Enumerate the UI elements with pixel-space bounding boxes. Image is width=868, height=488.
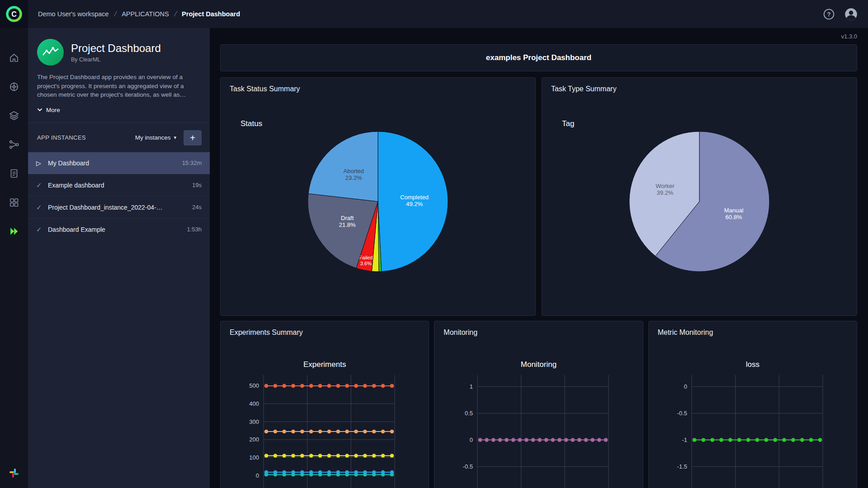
svg-text:Draft21.8%: Draft21.8%	[339, 215, 356, 228]
pipelines-icon	[9, 139, 19, 150]
more-label: More	[46, 107, 60, 113]
instance-time: 15:32m	[182, 160, 202, 166]
chart-title: Tag	[562, 119, 574, 128]
check-icon: ✓	[36, 225, 48, 234]
sidebar-item-applications[interactable]	[0, 217, 28, 246]
panel-monitoring: Monitoring Monitoring 10.50-0.5	[434, 321, 643, 488]
svg-text:-1.5: -1.5	[677, 463, 687, 470]
dashboard-banner: examples Project Dashboard	[220, 44, 857, 71]
chevron-down-icon	[37, 108, 42, 112]
sidebar-item-dashboard[interactable]	[0, 43, 28, 72]
add-instance-button[interactable]: +	[184, 130, 202, 145]
slack-icon	[9, 468, 19, 478]
instance-name: Project Dashboard_instance_2022-04-…	[48, 204, 192, 211]
tag-pie-chart[interactable]: Manual60.8%Worker39.2%	[613, 116, 785, 289]
instance-row[interactable]: ✓ Dashboard Example 1:53h	[28, 218, 210, 240]
instance-row[interactable]: ✓ Project Dashboard_instance_2022-04-… 2…	[28, 196, 210, 218]
topbar: C Demo User's workspace / APPLICATIONS /…	[0, 0, 868, 28]
monitoring-line-chart[interactable]: 10.50-0.5	[434, 372, 642, 488]
svg-text:200: 200	[249, 436, 259, 443]
svg-text:0: 0	[470, 436, 473, 443]
chart-title: loss	[649, 360, 857, 369]
avatar-icon	[844, 7, 858, 21]
panel-task-status-summary: Task Status Summary Status Completed49.2…	[220, 77, 536, 316]
breadcrumb-current: Project Dashboard	[182, 10, 240, 18]
svg-text:-0.5: -0.5	[463, 463, 473, 470]
app-title: Project Dashboard	[71, 42, 161, 55]
help-icon: ?	[823, 8, 835, 20]
check-icon: ✓	[36, 181, 48, 189]
sidebar-item-pipelines[interactable]	[0, 130, 28, 159]
sidebar-item-reports[interactable]	[0, 159, 28, 188]
app-description: The Project Dashboard app provides an ov…	[37, 73, 201, 99]
instances-filter-dropdown[interactable]: My instances ▾	[135, 134, 176, 141]
svg-text:100: 100	[249, 454, 259, 461]
help-button[interactable]: ?	[823, 8, 835, 20]
breadcrumb-separator: /	[173, 10, 177, 18]
svg-text:Manual60.8%: Manual60.8%	[724, 207, 744, 221]
svg-text:Worker39.2%: Worker39.2%	[656, 183, 675, 196]
more-toggle[interactable]: More	[37, 107, 60, 113]
user-menu-button[interactable]	[844, 7, 858, 21]
instance-row[interactable]: ▷ My Dashboard 15:32m	[28, 152, 210, 174]
sidebar-item-workers-queues[interactable]	[0, 188, 28, 217]
breadcrumb: Demo User's workspace / APPLICATIONS / P…	[38, 10, 240, 18]
panel-title: Task Status Summary	[221, 78, 535, 93]
svg-text:500: 500	[249, 382, 259, 389]
instance-time: 24s	[192, 204, 202, 211]
instance-time: 19s	[192, 182, 202, 188]
play-icon: ▷	[36, 160, 48, 167]
breadcrumb-applications[interactable]: APPLICATIONS	[122, 10, 169, 18]
clearml-logo-icon: C	[5, 5, 23, 23]
breadcrumb-workspace[interactable]: Demo User's workspace	[38, 10, 109, 18]
instances-header: APP INSTANCES My instances ▾ +	[28, 123, 210, 152]
clearml-logo[interactable]: C	[0, 0, 28, 28]
svg-text:-0.5: -0.5	[677, 410, 687, 417]
svg-text:Failed3.6%: Failed3.6%	[359, 255, 373, 266]
instance-name: Example dashboard	[48, 182, 192, 189]
chart-title: Monitoring	[434, 360, 642, 369]
chart-title: Experiments	[221, 360, 429, 369]
app-version: v1.3.0	[841, 33, 857, 40]
panel-metric-monitoring: Metric Monitoring loss 0-0.5-1-1.5	[648, 321, 857, 488]
experiments-line-chart[interactable]: 0100200300400500	[221, 372, 429, 488]
svg-text:C: C	[11, 10, 17, 18]
project-dashboard-app-icon	[37, 39, 64, 66]
chart-title: Status	[241, 119, 262, 128]
workers-queues-icon	[9, 197, 19, 208]
instances-header-label: APP INSTANCES	[37, 134, 86, 141]
panel-title: Task Type Summary	[542, 78, 857, 93]
app-card: Project Dashboard By ClearML The Project…	[28, 28, 210, 123]
instance-list: ▷ My Dashboard 15:32m ✓ Example dashboar…	[28, 152, 210, 240]
app-panel: Project Dashboard By ClearML The Project…	[28, 28, 210, 488]
applications-icon	[8, 226, 20, 237]
dashboard-main: v1.3.0 examples Project Dashboard Task S…	[210, 28, 868, 488]
home-icon	[9, 52, 19, 63]
panel-task-type-summary: Task Type Summary Tag Manual60.8%Worker3…	[542, 77, 857, 316]
loss-line-chart[interactable]: 0-0.5-1-1.5	[649, 372, 857, 488]
svg-text:0: 0	[684, 383, 687, 390]
status-pie-chart[interactable]: Completed49.2%Failed3.6%Draft21.8%Aborte…	[292, 116, 464, 289]
app-byline: By ClearML	[71, 56, 161, 63]
sidebar-item-slack[interactable]	[0, 461, 28, 485]
datasets-layers-icon	[9, 110, 19, 121]
projects-icon	[9, 81, 19, 92]
sidebar-item-projects[interactable]	[0, 72, 28, 101]
svg-text:Aborted23.2%: Aborted23.2%	[344, 168, 364, 181]
caret-down-icon: ▾	[174, 135, 176, 141]
svg-text:?: ?	[827, 11, 831, 18]
panel-title: Metric Monitoring	[649, 321, 857, 337]
svg-text:-1: -1	[682, 436, 687, 443]
breadcrumb-separator: /	[113, 10, 117, 18]
svg-text:400: 400	[249, 400, 259, 407]
panel-title: Monitoring	[434, 321, 642, 337]
svg-text:0.5: 0.5	[465, 410, 473, 417]
check-icon: ✓	[36, 203, 48, 211]
sidebar-item-datasets[interactable]	[0, 101, 28, 130]
panel-title: Experiments Summary	[221, 321, 429, 337]
instance-name: Dashboard Example	[48, 226, 187, 233]
panel-experiments-summary: Experiments Summary Experiments 01002003…	[220, 321, 429, 488]
instance-row[interactable]: ✓ Example dashboard 19s	[28, 174, 210, 196]
svg-text:1: 1	[470, 383, 473, 390]
svg-text:0: 0	[256, 472, 259, 479]
